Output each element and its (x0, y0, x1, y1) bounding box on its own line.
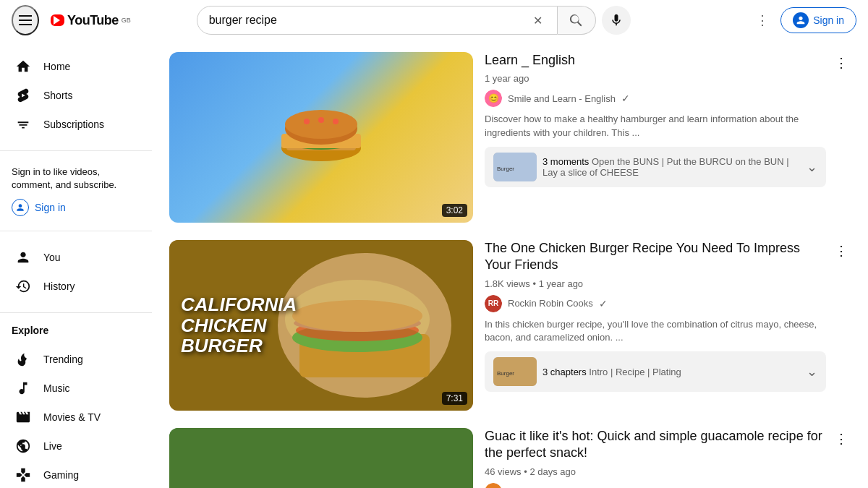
sidebar-explore-section: Trending Music Movies & TV Live Gaming (0, 339, 152, 488)
svg-rect-22 (169, 428, 473, 488)
search-button[interactable] (558, 6, 596, 35)
search-bar: ✕ (197, 6, 631, 35)
thumbnail-text: CALIFORNIACHICKENBURGER (181, 294, 297, 356)
video-thumbnail[interactable]: CALIFORNIACHICKENBURGER 7:31 (169, 240, 473, 411)
live-icon (14, 437, 32, 455)
shorts-icon (14, 87, 32, 104)
sidebar-music-label: Music (43, 382, 70, 394)
more-options-button[interactable]: ⋮ (832, 52, 851, 74)
sidebar-item-you[interactable]: You (3, 243, 149, 272)
menu-button[interactable] (12, 5, 39, 35)
subscriptions-icon (14, 116, 32, 133)
verified-icon: ✓ (599, 298, 608, 309)
svg-point-9 (333, 119, 339, 124)
sidebar-movies-label: Movies & TV (43, 411, 101, 423)
mic-button[interactable] (602, 6, 631, 35)
avatar-image: 😊 (485, 90, 502, 107)
mic-icon (609, 13, 624, 27)
video-meta: 1.8K views • 1 year ago (485, 278, 826, 289)
video-title[interactable]: The One Chicken Burger Recipe You Need T… (485, 240, 826, 274)
channel-name[interactable]: Smile and Learn - English (508, 93, 616, 104)
gaming-icon (14, 466, 32, 484)
video-item: CALIFORNIACHICKENBURGER 7:31 The One Chi… (169, 240, 851, 411)
chapters-row[interactable]: Burger 3 chapters Intro | Recipe | Plati… (485, 351, 826, 392)
youtube-logo-icon (51, 14, 64, 26)
home-icon (14, 58, 32, 75)
sidebar-user-section: You History (0, 237, 152, 307)
music-icon (14, 380, 32, 397)
search-input[interactable] (209, 14, 530, 27)
play-icon (54, 16, 60, 25)
sidebar-divider-1 (0, 150, 152, 151)
chapter-thumbnail: Burger (493, 357, 537, 386)
sidebar-home-label: Home (43, 61, 70, 72)
chapter-thumbnail: Burger (493, 153, 537, 181)
logo-text: YouTube (67, 13, 119, 28)
sidebar-item-shorts[interactable]: Shorts (3, 81, 149, 110)
channel-row: 😊 Smile and Learn - English ✓ (485, 90, 826, 107)
svg-point-7 (304, 119, 310, 124)
channel-row: NK Nicky's Kitchen (485, 483, 826, 488)
sign-in-prompt-text: Sign in to like videos, comment, and sub… (12, 166, 116, 190)
sidebar-top-section: Home Shorts Subscriptions (0, 46, 152, 145)
logo-region: GB (122, 17, 131, 24)
video-title[interactable]: Guac it like it's hot: Quick and simple … (485, 428, 826, 462)
movies-icon (14, 408, 32, 426)
sidebar-item-history[interactable]: History (3, 272, 149, 301)
thumbnail-graphic (256, 94, 386, 181)
account-icon (793, 12, 809, 28)
sign-in-label: Sign in (813, 14, 844, 26)
sign-in-button[interactable]: Sign in (780, 7, 856, 33)
history-icon (14, 278, 32, 295)
svg-text:Burger: Burger (497, 166, 514, 172)
video-description: In this chicken burger recipe, you'll lo… (485, 318, 826, 344)
channel-name[interactable]: Rockin Robin Cooks (508, 298, 593, 309)
video-title[interactable]: Learn _ English (485, 52, 826, 69)
clear-search-button[interactable]: ✕ (530, 11, 545, 30)
sidebar-item-gaming[interactable]: Gaming (3, 461, 149, 488)
svg-point-8 (318, 117, 324, 123)
sidebar-item-home[interactable]: Home (3, 52, 149, 81)
sidebar-subscriptions-label: Subscriptions (43, 119, 104, 130)
sidebar-item-movies-tv[interactable]: Movies & TV (3, 403, 149, 432)
thumbnail-image (169, 52, 473, 223)
header: YouTubeGB ✕ ⋮ Sign in (0, 0, 868, 40)
sidebar-gaming-label: Gaming (43, 469, 79, 481)
trending-icon (14, 351, 32, 368)
video-meta: 1 year ago (485, 73, 826, 84)
logo[interactable]: YouTubeGB (51, 13, 131, 28)
channel-avatar: RR (485, 295, 502, 312)
svg-point-19 (292, 300, 422, 332)
video-thumbnail[interactable]: PERFECTGUACAMOLE! (169, 428, 473, 488)
sidebar-divider-3 (0, 312, 152, 313)
header-right: ⋮ Sign in (750, 7, 856, 34)
sidebar-item-subscriptions[interactable]: Subscriptions (3, 110, 149, 139)
thumbnail-graphic (169, 428, 473, 488)
sidebar-history-label: History (43, 281, 75, 292)
more-options-button[interactable]: ⋮ (832, 240, 851, 262)
view-count: 46 views (485, 466, 522, 477)
sidebar-sign-in-link[interactable]: Sign in (12, 199, 140, 216)
search-icon (569, 13, 584, 27)
main-content: 3:02 Learn _ English 1 year ago 😊 Smile … (152, 40, 868, 488)
chevron-down-icon: ⌄ (807, 159, 817, 175)
settings-button[interactable]: ⋮ (750, 7, 775, 34)
view-count: 1.8K views (485, 278, 530, 289)
you-icon (14, 249, 32, 266)
duration-badge: 3:02 (442, 204, 467, 217)
video-description: Discover how to make a healthy hamburger… (485, 113, 826, 139)
chapter-info: 3 chapters Intro | Recipe | Plating (542, 367, 801, 377)
sidebar-item-trending[interactable]: Trending (3, 345, 149, 374)
search-input-wrap: ✕ (197, 6, 558, 35)
sidebar-item-live[interactable]: Live (3, 432, 149, 461)
video-thumbnail[interactable]: 3:02 (169, 52, 473, 223)
sidebar-item-music[interactable]: Music (3, 374, 149, 403)
sidebar-divider-2 (0, 231, 152, 231)
header-left: YouTubeGB (12, 5, 131, 35)
video-info: The One Chicken Burger Recipe You Need T… (485, 240, 851, 411)
separator: • (533, 278, 539, 289)
chapters-row[interactable]: Burger 3 moments Open the BUNS | Put the… (485, 147, 826, 187)
sidebar-account-icon (12, 199, 29, 216)
sidebar-you-label: You (43, 252, 61, 263)
more-options-button[interactable]: ⋮ (832, 428, 851, 450)
